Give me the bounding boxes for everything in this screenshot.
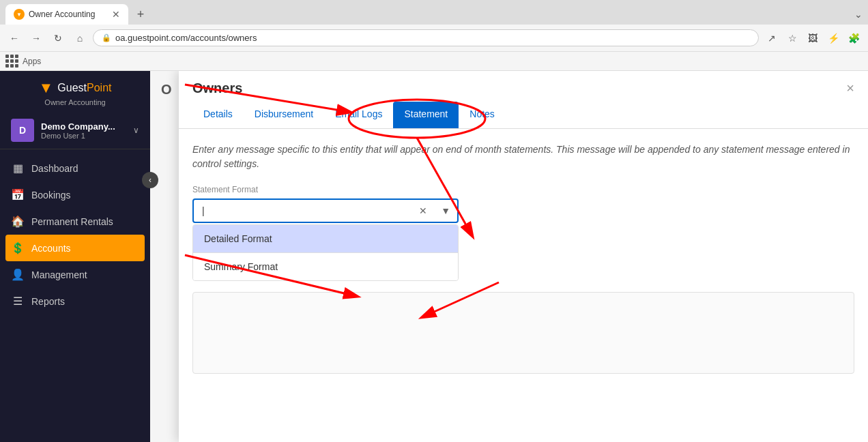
bookings-icon: 📅: [11, 188, 25, 201]
dashboard-icon: ▦: [11, 162, 25, 175]
statement-format-select[interactable]: ✕ ▼: [192, 198, 459, 223]
format-dropdown: Detailed Format Summary Format: [192, 224, 459, 281]
dropdown-item-detailed[interactable]: Detailed Format: [193, 225, 458, 252]
tab-notes[interactable]: Notes: [459, 102, 506, 128]
address-bar[interactable]: 🔒 oa.guestpoint.com/accounts/owners: [93, 29, 759, 46]
logo-subtitle: Owner Accounting: [44, 98, 105, 106]
tab-email-logs[interactable]: Email Logs: [324, 102, 393, 128]
content-area: O Owners × Details Disbursement Email Lo…: [150, 71, 868, 442]
refresh-button[interactable]: ↻: [49, 29, 67, 47]
tab-bar: Owner Accounting ✕ + ⌄: [0, 0, 868, 25]
sidebar-item-dashboard[interactable]: ▦ Dashboard: [0, 155, 150, 181]
window-minimize-icon[interactable]: ⌄: [854, 9, 863, 20]
management-label: Management: [31, 269, 87, 280]
permanent-rentals-icon: 🏠: [11, 215, 25, 228]
toolbar-actions: ↗ ☆ 🖼 ⚡ 🧩: [763, 29, 863, 47]
logo-point: Point: [87, 82, 111, 93]
active-tab[interactable]: Owner Accounting ✕: [5, 4, 128, 25]
owners-panel: Owners × Details Disbursement Email Logs…: [179, 71, 868, 442]
user-info: Demo Company... Demo User 1: [41, 121, 126, 140]
browser-toolbar: ← → ↻ ⌂ 🔒 oa.guestpoint.com/accounts/own…: [0, 25, 868, 52]
sidebar-logo: ▼ GuestPoint Owner Accounting: [0, 71, 150, 112]
dashboard-label: Dashboard: [31, 163, 78, 174]
logo-icon: ▼: [39, 79, 54, 97]
new-tab-button[interactable]: +: [131, 5, 150, 24]
main-layout: ▼ GuestPoint Owner Accounting D Demo Com…: [0, 71, 868, 442]
profile-icon[interactable]: 🖼: [804, 29, 822, 47]
panel-title: Owners: [192, 80, 242, 96]
lock-icon: 🔒: [102, 33, 111, 42]
user-avatar: D: [11, 119, 34, 142]
panel-close-button[interactable]: ×: [846, 80, 854, 96]
sidebar-item-bookings[interactable]: 📅 Bookings: [0, 181, 150, 208]
bookings-label: Bookings: [31, 190, 71, 201]
tab-favicon: [14, 9, 25, 20]
tab-statement[interactable]: Statement: [393, 102, 459, 128]
sidebar-item-reports[interactable]: ☰ Reports: [0, 288, 150, 314]
back-button[interactable]: ←: [5, 29, 23, 47]
sidebar-item-permanent-rentals[interactable]: 🏠 Permanent Rentals: [0, 208, 150, 235]
apps-label: Apps: [23, 57, 41, 66]
panel-body: Enter any message specific to this entit…: [179, 129, 868, 442]
sidebar: ▼ GuestPoint Owner Accounting D Demo Com…: [0, 71, 150, 442]
apps-grid-icon: [5, 55, 18, 68]
home-button[interactable]: ⌂: [71, 29, 89, 47]
bookmark-icon[interactable]: ☆: [783, 29, 801, 47]
sidebar-item-management[interactable]: 👤 Management: [0, 261, 150, 288]
browser-chrome: Owner Accounting ✕ + ⌄ ← → ↻ ⌂ 🔒 oa.gues…: [0, 0, 868, 71]
user-section[interactable]: D Demo Company... Demo User 1 ∨: [0, 112, 150, 149]
statement-message-textarea[interactable]: [192, 292, 854, 374]
tab-title: Owner Accounting: [29, 10, 108, 19]
dropdown-arrow-icon[interactable]: ▼: [434, 201, 457, 220]
management-icon: 👤: [11, 268, 25, 281]
logo-text: GuestPoint: [57, 82, 111, 94]
tab-details[interactable]: Details: [192, 102, 244, 128]
bookmarks-bar: Apps: [0, 52, 868, 71]
extension2-icon[interactable]: 🧩: [845, 29, 863, 47]
user-role: Demo User 1: [41, 132, 126, 140]
accounts-icon: 💲: [11, 241, 25, 254]
window-controls: ⌄: [854, 9, 863, 20]
share-icon[interactable]: ↗: [763, 29, 781, 47]
logo-guest: Guest: [57, 82, 87, 93]
clear-icon[interactable]: ✕: [412, 201, 434, 220]
sidebar-nav: ▦ Dashboard 📅 Bookings 🏠 Permanent Renta…: [0, 149, 150, 442]
format-input[interactable]: [194, 200, 412, 222]
apps-shortcut[interactable]: Apps: [5, 55, 41, 68]
accounts-label: Accounts: [31, 243, 71, 254]
user-chevron-icon: ∨: [133, 126, 139, 135]
permanent-rentals-label: Permanent Rentals: [31, 216, 113, 227]
dropdown-item-summary[interactable]: Summary Format: [193, 252, 458, 280]
user-name: Demo Company...: [41, 121, 126, 132]
extension1-icon[interactable]: ⚡: [824, 29, 842, 47]
reports-label: Reports: [31, 296, 65, 307]
format-field-label: Statement Format: [192, 185, 854, 194]
sidebar-item-accounts[interactable]: 💲 Accounts: [5, 235, 145, 261]
tab-close-button[interactable]: ✕: [112, 9, 120, 20]
url-text: oa.guestpoint.com/accounts/owners: [115, 33, 257, 43]
tab-disbursement[interactable]: Disbursement: [244, 102, 324, 128]
sidebar-collapse-button[interactable]: ‹: [142, 172, 158, 188]
statement-description: Enter any message specific to this entit…: [192, 143, 854, 171]
panel-header: Owners ×: [179, 71, 868, 96]
reports-icon: ☰: [11, 295, 25, 308]
forward-button[interactable]: →: [27, 29, 45, 47]
panel-tabs: Details Disbursement Email Logs Statemen…: [179, 102, 868, 129]
